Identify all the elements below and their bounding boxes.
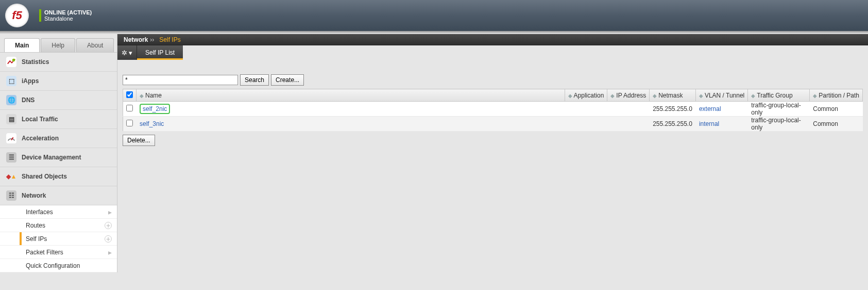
nav-local-traffic[interactable]: ▤ Local Traffic bbox=[0, 110, 117, 129]
col-label: Name bbox=[145, 92, 162, 99]
top-tabs: Main Help About bbox=[0, 34, 117, 53]
breadcrumb-leaf: Self IPs bbox=[159, 36, 180, 43]
sort-icon: ◆ bbox=[813, 93, 817, 99]
nav-dns[interactable]: 🌐 DNS bbox=[0, 91, 117, 110]
cell-partition: Common bbox=[810, 102, 863, 117]
nav-acceleration[interactable]: Acceleration bbox=[0, 129, 117, 148]
toolbar: Search Create... bbox=[123, 74, 863, 86]
cell-traffic-group: traffic-group-local-only bbox=[748, 117, 810, 132]
row-checkbox[interactable] bbox=[126, 105, 133, 111]
tab-help[interactable]: Help bbox=[41, 38, 75, 52]
col-ip[interactable]: ◆IP Address bbox=[607, 89, 650, 102]
chart-icon bbox=[6, 57, 16, 67]
status-standalone: Standalone bbox=[39, 15, 92, 22]
col-label: Traffic Group bbox=[757, 92, 792, 99]
breadcrumb-sep-icon: ›› bbox=[150, 36, 154, 43]
cell-partition: Common bbox=[810, 117, 863, 132]
left-panel: Main Help About Statistics ⬚ iApps 🌐 DNS… bbox=[0, 34, 117, 272]
cell-netmask: 255.255.255.0 bbox=[650, 102, 696, 117]
subtab-self-ip-list[interactable]: Self IP List bbox=[137, 45, 183, 60]
subnav-label: Quick Configuration bbox=[26, 262, 80, 269]
cell-ip bbox=[607, 117, 650, 132]
subnav-label: Packet Filters bbox=[26, 249, 63, 256]
subnav-packet-filters[interactable]: Packet Filters ▸ bbox=[0, 246, 117, 259]
col-application[interactable]: ◆Application bbox=[565, 89, 607, 102]
sort-icon: ◆ bbox=[751, 93, 755, 99]
stack-icon: ☰ bbox=[6, 152, 16, 163]
f5-logo: f5 bbox=[5, 4, 29, 27]
main-panel: Network ›› Self IPs ✲ ▾ Self IP List Sea… bbox=[117, 34, 868, 272]
content-area: Search Create... ◆Name ◆Application ◆IP … bbox=[117, 60, 868, 151]
svg-point-0 bbox=[12, 59, 15, 61]
table-row: self_3nic255.255.255.0internaltraffic-gr… bbox=[123, 117, 863, 132]
col-netmask[interactable]: ◆Netmask bbox=[650, 89, 696, 102]
col-partition[interactable]: ◆Partition / Path bbox=[810, 89, 863, 102]
subnav-label: Interfaces bbox=[26, 208, 53, 216]
cell-application bbox=[565, 102, 607, 117]
tab-main[interactable]: Main bbox=[4, 38, 40, 52]
server-icon: ▤ bbox=[6, 114, 16, 124]
search-button[interactable]: Search bbox=[240, 74, 269, 86]
self-ip-table: ◆Name ◆Application ◆IP Address ◆Netmask … bbox=[123, 89, 863, 132]
nav-statistics[interactable]: Statistics bbox=[0, 53, 117, 72]
nav-iapps[interactable]: ⬚ iApps bbox=[0, 72, 117, 91]
shapes-icon: ◆▲ bbox=[6, 171, 16, 182]
col-name[interactable]: ◆Name bbox=[137, 89, 565, 102]
cell-netmask: 255.255.255.0 bbox=[650, 117, 696, 132]
subnav-routes[interactable]: Routes + bbox=[0, 219, 117, 232]
nav-label: Device Management bbox=[22, 154, 81, 161]
sort-icon: ◆ bbox=[140, 93, 144, 99]
gauge-icon bbox=[6, 133, 16, 143]
col-traffic-group[interactable]: ◆Traffic Group bbox=[748, 89, 810, 102]
subnav-quick-config[interactable]: Quick Configuration bbox=[0, 259, 117, 272]
network-icon: ☷ bbox=[6, 190, 16, 201]
nav-network[interactable]: ☷ Network bbox=[0, 186, 117, 205]
col-label: Partition / Path bbox=[819, 92, 859, 99]
nav-label: DNS bbox=[22, 96, 35, 104]
col-label: VLAN / Tunnel bbox=[705, 92, 744, 99]
breadcrumb: Network ›› Self IPs bbox=[117, 34, 868, 45]
nav-device-management[interactable]: ☰ Device Management bbox=[0, 148, 117, 167]
plus-icon[interactable]: + bbox=[105, 222, 112, 229]
vlan-link[interactable]: external bbox=[699, 105, 721, 112]
top-bar: f5 ONLINE (ACTIVE) Standalone bbox=[0, 0, 868, 31]
col-label: IP Address bbox=[616, 92, 646, 99]
globe-icon: 🌐 bbox=[6, 95, 16, 105]
gear-menu-button[interactable]: ✲ ▾ bbox=[117, 45, 137, 60]
col-checkbox bbox=[123, 89, 137, 102]
subnav-interfaces[interactable]: Interfaces ▸ bbox=[0, 205, 117, 219]
create-button[interactable]: Create... bbox=[271, 74, 304, 86]
col-label: Application bbox=[574, 92, 604, 99]
sort-icon: ◆ bbox=[610, 93, 615, 99]
subtab-row: ✲ ▾ Self IP List bbox=[117, 45, 868, 60]
col-label: Netmask bbox=[658, 92, 683, 99]
self-ip-name-link[interactable]: self_2nic bbox=[140, 104, 170, 114]
nav-label: Shared Objects bbox=[22, 173, 67, 180]
caret-right-icon: ▸ bbox=[108, 208, 112, 216]
subnav-label: Self IPs bbox=[26, 235, 47, 243]
tab-about[interactable]: About bbox=[76, 38, 114, 52]
sort-icon: ◆ bbox=[568, 93, 572, 99]
iapps-icon: ⬚ bbox=[6, 76, 16, 86]
nav-label: Statistics bbox=[22, 58, 49, 66]
subnav-self-ips[interactable]: Self IPs + bbox=[0, 232, 117, 246]
select-all-checkbox[interactable] bbox=[126, 91, 133, 98]
plus-icon[interactable]: + bbox=[105, 235, 112, 243]
cell-application bbox=[565, 117, 607, 132]
col-vlan[interactable]: ◆VLAN / Tunnel bbox=[695, 89, 747, 102]
subnav-label: Routes bbox=[26, 222, 45, 229]
nav-label: Network bbox=[22, 192, 46, 199]
row-checkbox[interactable] bbox=[126, 120, 133, 126]
breadcrumb-root: Network bbox=[124, 36, 148, 43]
search-input[interactable] bbox=[123, 75, 238, 85]
sort-icon: ◆ bbox=[653, 93, 657, 99]
nav-shared-objects[interactable]: ◆▲ Shared Objects bbox=[0, 167, 117, 186]
cell-traffic-group: traffic-group-local-only bbox=[748, 102, 810, 117]
network-subnav: Interfaces ▸ Routes + Self IPs + Packet … bbox=[0, 205, 117, 272]
status-block: ONLINE (ACTIVE) Standalone bbox=[39, 9, 92, 22]
side-nav: Statistics ⬚ iApps 🌐 DNS ▤ Local Traffic… bbox=[0, 53, 117, 272]
vlan-link[interactable]: internal bbox=[699, 120, 719, 127]
self-ip-name-link[interactable]: self_3nic bbox=[140, 120, 164, 127]
sort-icon: ◆ bbox=[699, 93, 703, 99]
delete-button[interactable]: Delete... bbox=[123, 135, 155, 146]
